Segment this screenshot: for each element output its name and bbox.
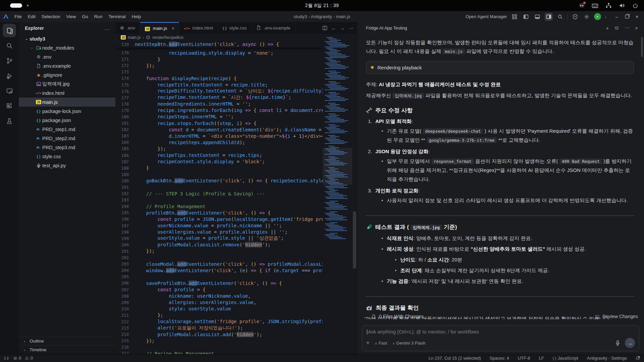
tree-item-.gitignore[interactable]: ◆.gitignore	[19, 70, 115, 79]
more-actions-icon[interactable]: ⋯	[625, 25, 630, 31]
problems-indicator[interactable]: ⊘0 ⚠0	[13, 356, 33, 361]
menu-run[interactable]: Run	[91, 13, 106, 21]
line-number[interactable]: 184	[115, 140, 129, 145]
chat-transcript[interactable]: 모든 기능이 정상 작동함을 확인했으며, 발생한 런타임 오류들에 대해 임시…	[357, 34, 644, 319]
code-line[interactable]: 215 });	[115, 338, 323, 344]
code-line[interactable]: 206 saveProfileBtn.addEventListener('cli…	[115, 280, 323, 286]
menu-selection[interactable]: Selection	[39, 13, 63, 21]
code-line[interactable]: 198 userAllergies.value = profile.allerg…	[115, 229, 323, 235]
line-number[interactable]: 183	[115, 133, 129, 138]
code-line[interactable]: 204 window.addEventListener('click', (e)…	[115, 267, 323, 274]
tree-item-.env.example[interactable]: .env.example	[19, 61, 115, 70]
line-number[interactable]: 181	[115, 121, 129, 126]
tab-main.js[interactable]: JSmain.js×	[140, 22, 179, 34]
open-agent-manager-button[interactable]: Open Agent Manager	[466, 14, 507, 19]
line-number[interactable]: 212	[115, 319, 129, 324]
tree-item-style.css[interactable]: { }style.css	[19, 152, 115, 161]
code-line[interactable]: 208 nickname: userNickname.value,	[115, 293, 323, 299]
tree-item-.env[interactable]: ⚙.env	[19, 52, 115, 61]
menu-file[interactable]: File	[11, 13, 25, 21]
line-number[interactable]: 189	[115, 172, 129, 177]
code-line[interactable]: 187 recipeContent.style.display = 'block…	[115, 159, 323, 165]
code-line[interactable]: 188 }	[115, 165, 323, 171]
account-avatar[interactable]: ●	[594, 13, 601, 20]
line-number[interactable]: 194	[115, 204, 129, 209]
line-number[interactable]: 205	[115, 274, 129, 279]
shield-icon[interactable]	[571, 13, 579, 21]
code-line[interactable]: 213 alert('프로필이 저장되었습니다!');	[115, 325, 323, 331]
status-antigravity[interactable]: Antigravity - Settings	[587, 356, 627, 361]
tree-root-study3[interactable]: ⌄study3	[19, 34, 115, 43]
code-editor[interactable]: JS main.js › renderRecipeBox 170 recipeL…	[115, 34, 357, 354]
code-line[interactable]: 196 const profile = JSON.parse(localStor…	[115, 216, 323, 222]
history-icon[interactable]	[614, 25, 619, 31]
remote-explorer-icon[interactable]	[3, 84, 16, 98]
status-javascript[interactable]: { }JavaScript	[553, 356, 578, 361]
breadcrumb-symbol[interactable]: renderRecipeBox	[152, 35, 183, 40]
line-number[interactable]: 198	[115, 230, 129, 235]
line-number[interactable]: 180	[115, 114, 129, 119]
tree-item-입력예제.jpg[interactable]: 입력예제.jpg	[19, 79, 115, 88]
line-number[interactable]: 187	[115, 159, 129, 164]
code-line[interactable]: 173	[115, 69, 323, 75]
network-icon[interactable]	[605, 2, 612, 9]
send-button[interactable]: →	[625, 338, 635, 348]
line-number[interactable]: 178	[115, 102, 129, 107]
status-spaces[interactable]: Spaces: 4	[490, 356, 509, 361]
line-number[interactable]: 188	[115, 166, 129, 171]
line-number[interactable]: 202	[115, 255, 129, 260]
line-number[interactable]: 190	[115, 178, 129, 183]
line-number[interactable]: 206	[115, 281, 129, 286]
code-line[interactable]: 217 // Recipe Box Management	[115, 350, 323, 354]
code-line[interactable]: 193	[115, 197, 323, 203]
breadcrumb-file[interactable]: main.js	[128, 35, 141, 40]
nav-back-icon[interactable]: ←	[331, 25, 336, 31]
code-line[interactable]: 209 allergies: userAllergies.value,	[115, 299, 323, 306]
menu-view[interactable]: View	[63, 13, 79, 21]
line-number[interactable]: 193	[115, 197, 129, 202]
code-line[interactable]: 190 goBackBtn.addEventListener('click', …	[115, 178, 323, 184]
menu-help[interactable]: Help	[128, 13, 144, 21]
menu-terminal[interactable]: Terminal	[105, 13, 128, 21]
line-number[interactable]: 195	[115, 210, 129, 215]
new-chat-icon[interactable]: +	[606, 25, 609, 31]
line-number[interactable]: 171	[115, 57, 129, 62]
minimap[interactable]	[323, 34, 352, 354]
line-number[interactable]: 216	[115, 345, 129, 350]
testing-flask-icon[interactable]	[3, 114, 16, 128]
menu-edit[interactable]: Edit	[25, 13, 39, 21]
status-lf[interactable]: LF	[539, 356, 544, 361]
more-actions-icon[interactable]: ...	[104, 25, 109, 31]
line-number[interactable]: 179	[115, 108, 129, 113]
menu-go[interactable]: Go	[79, 13, 91, 21]
composer-placeholder[interactable]: Ask anything (Ctrl+L), @ to mention, / f…	[368, 329, 479, 335]
code-line[interactable]: 178 neededIngredients.innerHTML = '';	[115, 101, 323, 107]
scrollbar-thumb[interactable]	[353, 212, 356, 268]
run-debug-icon[interactable]	[3, 69, 16, 82]
code-line[interactable]: 202	[115, 254, 323, 261]
code-line[interactable]: 185 });	[115, 145, 323, 152]
line-number[interactable]: 197	[115, 223, 129, 228]
line-number[interactable]: 215	[115, 338, 129, 343]
explorer-icon[interactable]	[3, 24, 16, 37]
tab-style.css[interactable]: { }style.css	[218, 22, 252, 34]
tree-item-test_api.py[interactable]: test_api.py	[19, 161, 115, 170]
code-line[interactable]: 216	[115, 344, 323, 350]
status-utf8[interactable]: UTF-8	[518, 356, 530, 361]
volume-icon[interactable]	[619, 2, 625, 9]
section-outline[interactable]: ›Outline	[19, 337, 115, 345]
extensions-icon[interactable]	[3, 99, 16, 113]
rendering-playback-step[interactable]: Rendering playback	[366, 61, 634, 74]
code-area[interactable]: 170 recipeLoading.style.display = 'none'…	[115, 41, 323, 354]
panel-scrollbar-thumb[interactable]	[641, 37, 643, 57]
code-line[interactable]: 210 style: userStyle.value	[115, 306, 323, 312]
breadcrumb[interactable]: JS main.js › renderRecipeBox	[115, 34, 357, 41]
tree-item-PRD_step3.md[interactable]: M↓PRD_step3.md	[19, 143, 115, 152]
bell-icon[interactable]	[636, 356, 640, 361]
close-tab-icon[interactable]: ×	[172, 26, 174, 31]
status-ln[interactable]: Ln 237, Col 15 (2 selected)	[429, 356, 481, 361]
tree-item-package.json[interactable]: { }package.json	[19, 116, 115, 125]
editor-scrollbar[interactable]	[352, 34, 357, 354]
line-number[interactable]: 192	[115, 191, 129, 196]
line-number[interactable]: 211	[115, 313, 129, 318]
